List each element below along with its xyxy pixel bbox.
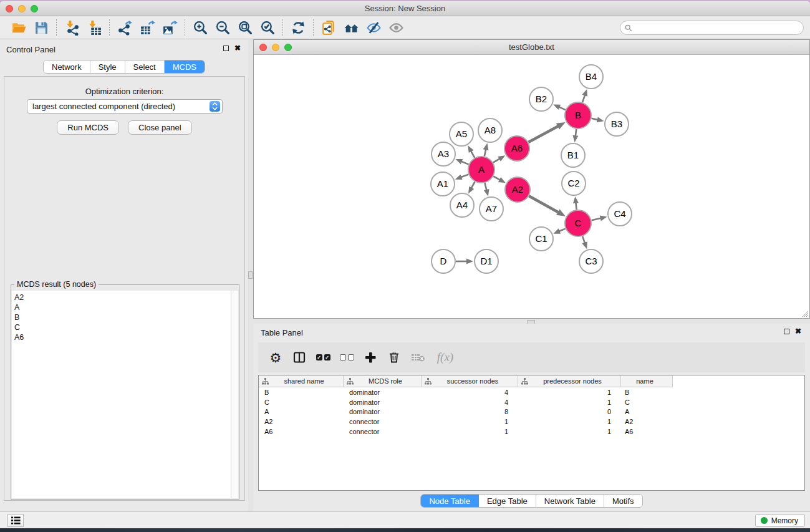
- tab-style[interactable]: Style: [90, 60, 125, 73]
- graph-edge-A-A5[interactable]: [471, 150, 475, 158]
- graph-edge-arrowhead: [455, 175, 463, 180]
- graph-edge-arrowhead: [483, 143, 489, 150]
- deselect-all-checks-icon[interactable]: [337, 347, 357, 367]
- delete-column-icon[interactable]: [384, 347, 404, 367]
- tab-mcds[interactable]: MCDS: [165, 60, 205, 73]
- search-icon: [625, 24, 632, 32]
- table-row[interactable]: A2connector11A2: [259, 417, 804, 427]
- column-header-label: predecessor nodes: [528, 377, 620, 385]
- column-function-icon: [521, 378, 528, 385]
- tab-select[interactable]: Select: [125, 60, 165, 73]
- import-network-icon[interactable]: [60, 19, 83, 37]
- table-cell: 4: [422, 389, 518, 396]
- mcds-result-item: A: [14, 302, 231, 312]
- search-input[interactable]: [635, 22, 803, 34]
- graph-edge-A2-C[interactable]: [529, 196, 559, 213]
- tab-network-table[interactable]: Network Table: [536, 495, 604, 507]
- zoom-selected-icon[interactable]: [256, 19, 279, 37]
- table-row[interactable]: Cdominator41C: [259, 397, 804, 407]
- add-column-icon[interactable]: [360, 347, 380, 367]
- column-header[interactable]: MCDS role: [344, 375, 422, 387]
- hide-selected-icon[interactable]: [362, 19, 385, 37]
- graph-edge-A-A3[interactable]: [461, 161, 469, 164]
- graph-edge-arrowhead: [484, 189, 489, 196]
- graph-node-label: A8: [485, 125, 496, 135]
- graph-edge-A-A1[interactable]: [460, 175, 468, 178]
- table-close-panel-icon[interactable]: ✖: [795, 328, 801, 334]
- network-canvas[interactable]: AA1A2A3A4A5A6A7A8BB1B2B3B4CC1C2C3C4DD1: [254, 56, 809, 318]
- table-cell: 4: [422, 399, 518, 406]
- graph-node-label: A: [478, 164, 485, 175]
- graph-edge-A6-B[interactable]: [528, 126, 559, 142]
- table-options-icon[interactable]: ⚙: [266, 347, 286, 367]
- zoom-in-icon[interactable]: [189, 19, 211, 37]
- table-cell: A2: [259, 418, 344, 425]
- graph-node-label: A5: [456, 128, 467, 139]
- close-panel-button[interactable]: Close panel: [128, 120, 192, 135]
- tab-motifs[interactable]: Motifs: [604, 495, 642, 507]
- app-window: Session: New Session: [0, 1, 810, 528]
- graph-node-label: C3: [585, 256, 597, 266]
- window-resize-grip[interactable]: [801, 309, 808, 317]
- show-columns-icon[interactable]: [289, 347, 309, 367]
- graph-edge-arrowhead: [597, 117, 604, 123]
- apply-layout-icon[interactable]: [287, 19, 309, 37]
- run-mcds-button[interactable]: Run MCDS: [57, 120, 119, 135]
- table-cell: dominator: [344, 408, 422, 415]
- vertical-splitter-handle[interactable]: [248, 271, 253, 279]
- zoom-out-icon[interactable]: [211, 19, 234, 37]
- graph-node-label: A1: [437, 178, 448, 189]
- float-panel-icon[interactable]: [223, 46, 229, 51]
- column-function-icon: [425, 378, 432, 385]
- desktop-background-strip: [0, 528, 810, 532]
- optimization-criterion-label: Optimization criterion:: [4, 87, 244, 96]
- toolbar-separator: [282, 19, 283, 37]
- network-window: testGlobe.txt AA1A2A3A4A5A6A7A8BB1B2B3B4…: [253, 39, 810, 319]
- export-table-icon[interactable]: [136, 19, 158, 37]
- table-cell: 8: [422, 408, 518, 415]
- save-session-icon[interactable]: [30, 19, 52, 37]
- graph-edge-B-B4[interactable]: [582, 94, 585, 102]
- list-scrollbar-track[interactable]: [231, 291, 238, 498]
- close-panel-icon[interactable]: ✖: [234, 45, 241, 51]
- show-all-networks-icon[interactable]: [340, 19, 362, 37]
- table-row[interactable]: A6connector11A6: [259, 427, 804, 437]
- graph-node-label: B4: [586, 71, 597, 82]
- graph-edge-A-A6[interactable]: [493, 158, 500, 163]
- task-history-button[interactable]: [7, 514, 24, 527]
- graph-node-label: C: [575, 218, 582, 228]
- delete-table-icon[interactable]: [408, 347, 428, 367]
- tab-edge-table[interactable]: Edge Table: [479, 495, 536, 507]
- column-header[interactable]: predecessor nodes: [518, 375, 621, 387]
- memory-button[interactable]: Memory: [755, 514, 805, 527]
- import-table-icon[interactable]: [83, 19, 105, 37]
- table-cell: 1: [518, 389, 621, 396]
- table-header-row: shared nameMCDS rolesuccessor nodesprede…: [259, 375, 673, 387]
- tab-network[interactable]: Network: [44, 60, 90, 73]
- toolbar-separator: [313, 19, 314, 37]
- main-toolbar: [0, 17, 810, 39]
- memory-label: Memory: [771, 516, 798, 525]
- search-field[interactable]: [620, 21, 804, 35]
- export-network-icon[interactable]: [113, 19, 136, 37]
- open-session-icon[interactable]: [7, 19, 30, 37]
- graph-edge-C-C4[interactable]: [591, 218, 601, 221]
- table-row[interactable]: Adominator80A: [259, 407, 804, 417]
- select-all-checks-icon[interactable]: ✓✓: [313, 347, 333, 367]
- clone-network-icon[interactable]: [317, 19, 340, 37]
- function-builder-icon[interactable]: f(x): [432, 347, 459, 367]
- column-header[interactable]: shared name: [259, 375, 344, 387]
- table-row[interactable]: Bdominator41B: [259, 387, 804, 397]
- show-hidden-icon[interactable]: [385, 19, 407, 37]
- column-header[interactable]: name: [621, 375, 673, 387]
- graph-node-label: B3: [611, 118, 622, 129]
- network-graph: AA1A2A3A4A5A6A7A8BB1B2B3B4CC1C2C3C4DD1: [254, 56, 809, 318]
- table-cell: 1: [518, 418, 621, 425]
- export-image-icon[interactable]: [158, 19, 181, 37]
- zoom-fit-icon[interactable]: [234, 19, 256, 37]
- column-header[interactable]: successor nodes: [422, 375, 518, 387]
- table-float-panel-icon[interactable]: [784, 329, 789, 334]
- tab-node-table[interactable]: Node Table: [421, 495, 479, 507]
- criterion-select[interactable]: largest connected component (directed): [27, 99, 223, 114]
- table-body: Bdominator41BCdominator41CAdominator80AA…: [259, 387, 804, 437]
